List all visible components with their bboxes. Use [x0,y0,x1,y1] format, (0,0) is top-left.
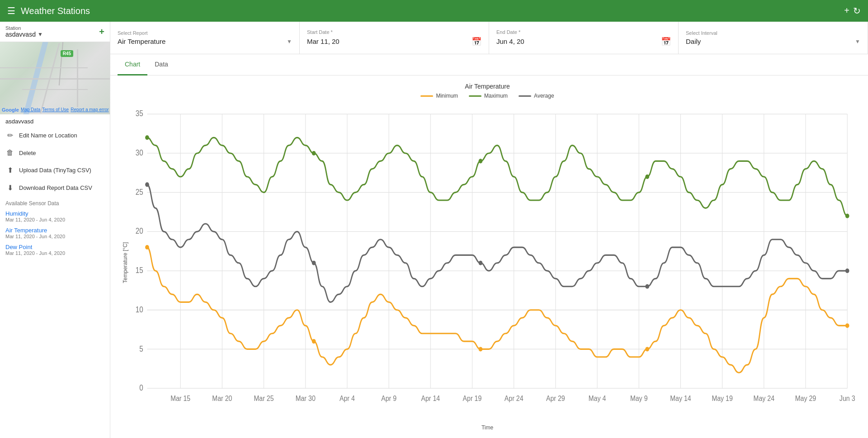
end-date-label: End Date * [496,29,671,35]
svg-text:Apr 4: Apr 4 [340,394,355,402]
start-date-calendar-icon[interactable]: 📅 [472,37,481,47]
svg-text:20: 20 [136,226,143,235]
svg-point-51 [312,151,316,155]
map-credit: Google Map Data Terms of Use Report a ma… [2,107,109,113]
menu-upload[interactable]: ⬆ Upload Data (TinyTag CSV) [0,161,110,179]
menu-download-label: Download Report Data CSV [19,184,92,191]
interval-label: Select Interval [686,30,860,36]
tab-bar: Chart Data [110,54,868,75]
report-value: Air Temperature [118,38,287,45]
svg-point-57 [479,347,483,351]
legend-minimum-label: Minimum [436,93,458,99]
report-dropdown-icon[interactable]: ▼ [287,38,292,45]
interval-dropdown-icon[interactable]: ▼ [855,38,860,45]
svg-text:Apr 24: Apr 24 [505,394,524,402]
topbar-icons: + ↻ [844,5,861,16]
end-date-selector[interactable]: End Date * Jun 4, 20 📅 [489,22,679,54]
app-title: Weather Stations [21,6,90,16]
svg-point-56 [312,339,316,344]
map-road-2 [0,78,110,80]
add-station-icon[interactable]: + [844,5,849,16]
station-label: Station [5,25,43,31]
menu-icon[interactable]: ☰ [7,5,15,16]
sidebar-map: R45 Google Map Data Terms of Use Report … [0,42,110,114]
legend-maximum-line [469,95,481,97]
sidebar: Station asdavvasd ▼ + R45 G [0,22,110,438]
svg-point-61 [312,261,316,265]
start-date-label: Start Date * [307,29,481,35]
svg-point-50 [145,135,149,140]
svg-text:5: 5 [139,344,143,353]
svg-text:Apr 29: Apr 29 [546,394,565,402]
legend-maximum: Maximum [469,93,508,99]
add-station-button[interactable]: + [99,27,104,37]
svg-text:May 4: May 4 [589,394,606,402]
station-row: asdavvasd ▼ [5,31,43,38]
svg-point-54 [845,214,849,218]
edit-icon: ✏ [5,131,14,140]
svg-text:0: 0 [139,383,143,392]
svg-text:Mar 30: Mar 30 [296,394,316,402]
svg-point-55 [145,245,149,250]
interval-value: Daily [686,38,855,45]
start-date-value-row: Mar 11, 20 📅 [307,37,481,47]
google-logo: Google [2,107,19,113]
chart-legend: Minimum Maximum Average [118,93,857,99]
tab-data[interactable]: Data [147,54,175,75]
menu-download[interactable]: ⬇ Download Report Data CSV [0,179,110,197]
start-date-selector[interactable]: Start Date * Mar 11, 20 📅 [300,22,489,54]
station-name: asdavvasd [5,31,36,38]
menu-delete-label: Delete [19,150,36,156]
legend-average-label: Average [534,93,554,99]
svg-text:May 19: May 19 [712,394,732,402]
sensor-dew-point[interactable]: Dew Point Mar 11, 2020 - Jun 4, 2020 [5,244,104,256]
map-road-3 [77,49,78,107]
svg-point-59 [845,323,849,328]
svg-text:30: 30 [136,148,143,157]
tab-chart[interactable]: Chart [118,54,147,75]
end-date-calendar-icon[interactable]: 📅 [661,37,671,47]
menu-edit[interactable]: ✏ Edit Name or Location [0,127,110,144]
sensor-section-title: Available Sensor Data [5,200,104,207]
svg-text:Mar 20: Mar 20 [212,394,232,402]
content-area: Select Report Air Temperature ▼ Start Da… [110,22,868,438]
svg-point-52 [479,159,483,163]
map-data-link[interactable]: Map Data [21,107,40,113]
refresh-icon[interactable]: ↻ [853,5,861,16]
svg-text:May 29: May 29 [795,394,816,402]
station-display-name: asdavvasd [0,114,110,127]
error-link[interactable]: Report a map error [71,107,108,113]
svg-point-62 [479,261,483,265]
svg-text:25: 25 [136,188,143,197]
upload-icon: ⬆ [5,166,14,174]
report-selector[interactable]: Select Report Air Temperature ▼ [110,22,300,54]
chart-title: Air Temperature [118,83,857,90]
map-background: R45 Google Map Data Terms of Use Report … [0,42,110,114]
y-axis-label: Temperature [°C] [122,242,128,283]
svg-text:Mar 25: Mar 25 [254,394,274,402]
sensor-air-temp[interactable]: Air Temperature Mar 11, 2020 - Jun 4, 20… [5,227,104,239]
sensor-air-temp-name: Air Temperature [5,227,104,234]
svg-text:Apr 14: Apr 14 [421,394,440,402]
sensor-section: Available Sensor Data Humidity Mar 11, 2… [0,197,110,262]
svg-text:35: 35 [136,109,143,118]
legend-minimum-line [420,95,433,97]
legend-average: Average [519,93,554,99]
map-tag: R45 [61,50,73,57]
topbar: ☰ Weather Stations + ↻ [0,0,868,22]
download-icon: ⬇ [5,184,14,192]
svg-text:Mar 15: Mar 15 [170,394,190,402]
start-date-value: Mar 11, 20 [307,38,472,45]
svg-point-63 [645,284,649,289]
interval-value-row: Daily ▼ [686,38,860,45]
terms-link[interactable]: Terms of Use [42,107,69,113]
sensor-humidity[interactable]: Humidity Mar 11, 2020 - Jun 4, 2020 [5,210,104,222]
svg-text:May 14: May 14 [670,394,691,402]
interval-selector[interactable]: Select Interval Daily ▼ [679,22,868,54]
svg-text:10: 10 [136,305,143,314]
end-date-value-row: Jun 4, 20 📅 [496,37,671,47]
menu-delete[interactable]: 🗑 Delete [0,144,110,161]
svg-text:Jun 3: Jun 3 [840,394,855,402]
station-dropdown-icon[interactable]: ▼ [38,31,43,38]
station-selector[interactable]: Station asdavvasd ▼ + [0,22,110,42]
